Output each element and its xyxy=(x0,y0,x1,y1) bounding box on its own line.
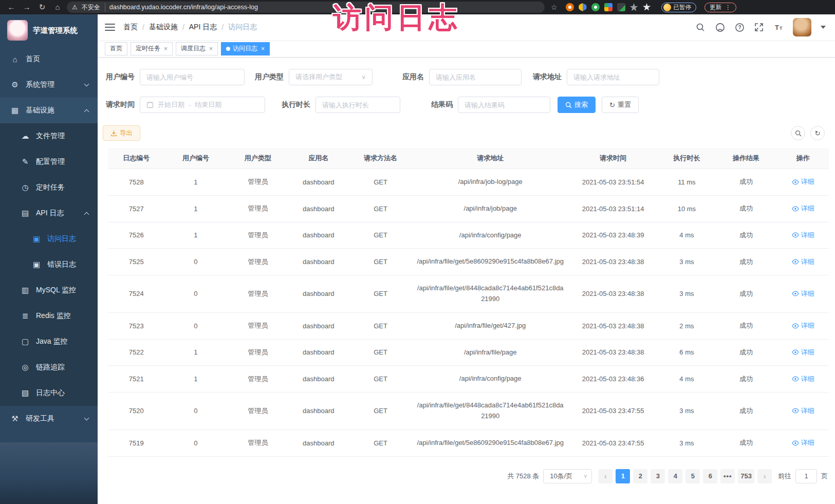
sidebar-item-dev-tools[interactable]: ⚒研发工具 xyxy=(0,406,98,432)
tab-schedule-log[interactable]: 调度日志× xyxy=(176,42,218,55)
cell: 7522 xyxy=(108,339,165,366)
extension-icon[interactable] xyxy=(643,3,651,11)
request-url-input[interactable] xyxy=(567,69,659,85)
sidebar-item-error-log[interactable]: ▣错误日志 xyxy=(0,252,98,277)
detail-link[interactable]: 详细 xyxy=(792,204,814,213)
hamburger-icon[interactable] xyxy=(105,24,115,31)
refresh-table-button[interactable]: ↻ xyxy=(810,126,825,140)
detail-link[interactable]: 详细 xyxy=(792,257,814,267)
avatar-caret-icon[interactable] xyxy=(821,26,826,29)
column-header: 日志编号 xyxy=(108,148,165,169)
sidebar-item-infrastructure[interactable]: ▦基础设施 xyxy=(0,98,98,123)
sidebar-item-label: Redis 监控 xyxy=(36,311,71,321)
profile-paused-badge[interactable]: 已暂停 xyxy=(661,3,697,12)
detail-link[interactable]: 详细 xyxy=(792,289,814,298)
detail-link[interactable]: 详细 xyxy=(792,231,814,240)
sidebar-item-system-mgmt[interactable]: ⚙系统管理 xyxy=(0,72,98,98)
page-button-5[interactable]: 5 xyxy=(685,469,700,483)
kebab-menu-icon[interactable]: ⋮ xyxy=(725,4,731,11)
extension-icon[interactable] xyxy=(630,3,638,11)
close-icon[interactable]: × xyxy=(261,45,265,52)
browser-update-button[interactable]: 更新 ⋮ xyxy=(704,3,736,12)
mysql-icon: ▥ xyxy=(21,286,30,295)
prev-page-button[interactable]: ‹ xyxy=(598,469,613,483)
breadcrumb-item[interactable]: 首页 xyxy=(123,23,138,32)
extension-icon[interactable] xyxy=(579,3,587,11)
tab-home[interactable]: 首页 xyxy=(105,42,127,55)
filter-form: 用户编号 用户类型 请选择用户类型 ∨ 应用名 请求地址 xyxy=(98,58,835,124)
goto-page-input[interactable] xyxy=(795,469,817,483)
bookmark-star-icon[interactable]: ☆ xyxy=(551,3,558,11)
action-cell: 详细 xyxy=(777,222,829,249)
sidebar-item-mysql-monitor[interactable]: ▥MySQL 监控 xyxy=(0,277,98,303)
sidebar-item-java-monitor[interactable]: ▢Java 监控 xyxy=(0,329,98,354)
font-size-icon[interactable]: TT xyxy=(773,22,784,32)
sidebar-item-access-log[interactable]: ▣访问日志 xyxy=(0,226,98,252)
cell: 0 xyxy=(165,249,227,275)
close-icon[interactable]: × xyxy=(164,45,168,52)
user-avatar[interactable] xyxy=(793,18,811,36)
next-page-button[interactable]: › xyxy=(757,469,772,483)
page-button-1[interactable]: 1 xyxy=(616,469,630,483)
breadcrumb-item[interactable]: 基础设施 xyxy=(149,23,178,32)
detail-link[interactable]: 详细 xyxy=(792,348,814,357)
result-code-input[interactable] xyxy=(458,97,550,113)
address-bar[interactable]: ⚠ 不安全 dashboard.yudao.iocoder.cn/infra/l… xyxy=(67,2,545,13)
cell: 管理员 xyxy=(227,312,289,339)
cell: 成功 xyxy=(715,366,777,393)
cell: /api/infra/config/page xyxy=(413,366,568,393)
total-count: 共 7528 条 xyxy=(507,472,539,481)
help-icon[interactable]: ? xyxy=(734,22,745,32)
request-time-range-input[interactable]: 开始日期 - 结束日期 xyxy=(140,97,265,113)
extension-icon[interactable] xyxy=(566,3,574,11)
detail-link[interactable]: 详细 xyxy=(792,321,814,330)
sidebar-item-link-tracing[interactable]: ◎链路追踪 xyxy=(0,354,98,380)
app-logo-row[interactable]: 芋道管理系统 xyxy=(0,14,98,46)
detail-link[interactable]: 详细 xyxy=(792,375,814,384)
translate-extension-icon[interactable] xyxy=(617,3,625,11)
search-icon[interactable] xyxy=(695,22,706,32)
sidebar-item-redis-monitor[interactable]: ≣Redis 监控 xyxy=(0,303,98,329)
page-button-753[interactable]: 753 xyxy=(738,469,754,483)
sidebar-item-api-log[interactable]: ▤API 日志 xyxy=(0,200,98,226)
download-icon xyxy=(110,130,117,137)
detail-link[interactable]: 详细 xyxy=(792,177,814,186)
page-button-6[interactable]: 6 xyxy=(703,469,717,483)
search-button[interactable]: 搜索 xyxy=(558,97,596,113)
home-icon[interactable]: ⌂ xyxy=(51,0,64,14)
export-button[interactable]: 导出 xyxy=(103,125,140,141)
sidebar-item-log-center[interactable]: ▧日志中心 xyxy=(0,380,98,406)
duration-input[interactable] xyxy=(316,97,400,113)
sidebar-item-scheduled-tasks[interactable]: ◷定时任务 xyxy=(0,175,98,200)
cell: 7523 xyxy=(108,312,165,339)
page-size-select[interactable]: 10条/页 ∨ xyxy=(543,469,592,483)
app-name-input[interactable] xyxy=(429,69,522,85)
sidebar-item-config-mgmt[interactable]: ✎配置管理 xyxy=(0,149,98,175)
page-button-3[interactable]: 3 xyxy=(651,469,665,483)
breadcrumb-item[interactable]: API 日志 xyxy=(189,23,217,32)
user-type-select[interactable]: 请选择用户类型 ∨ xyxy=(289,69,373,85)
tab-access-log[interactable]: 访问日志× xyxy=(221,42,270,55)
extension-icon[interactable] xyxy=(591,3,600,11)
sidebar-item-file-mgmt[interactable]: ☁文件管理 xyxy=(0,123,98,149)
back-icon[interactable]: ← xyxy=(5,0,17,14)
page-button-2[interactable]: 2 xyxy=(633,469,647,483)
paused-label: 已暂停 xyxy=(674,4,692,11)
detail-link[interactable]: 详细 xyxy=(792,438,814,447)
extension-icon[interactable] xyxy=(604,3,613,11)
pagination: 共 7528 条 10条/页 ∨ ‹123456•••753› 前往 页 xyxy=(98,457,835,483)
tab-scheduled-tasks[interactable]: 定时任务× xyxy=(131,42,173,55)
sidebar-menu: ⌂首页⚙系统管理▦基础设施 ☁文件管理✎配置管理◷定时任务▤API 日志▣访问日… xyxy=(0,46,98,432)
user-id-input[interactable] xyxy=(140,69,245,85)
browser-chrome: ← → ↻ ⌂ ⚠ 不安全 dashboard.yudao.iocoder.cn… xyxy=(0,0,835,14)
reset-button[interactable]: ↻ 重置 xyxy=(602,97,639,113)
close-icon[interactable]: × xyxy=(209,45,213,52)
hide-search-button[interactable] xyxy=(791,126,805,140)
page-button-4[interactable]: 4 xyxy=(668,469,682,483)
reload-icon[interactable]: ↻ xyxy=(36,0,48,14)
forward-icon[interactable]: → xyxy=(21,0,33,14)
sidebar-item-home[interactable]: ⌂首页 xyxy=(0,46,98,72)
github-icon[interactable] xyxy=(715,22,725,32)
detail-link[interactable]: 详细 xyxy=(792,406,814,416)
fullscreen-icon[interactable] xyxy=(754,22,764,32)
